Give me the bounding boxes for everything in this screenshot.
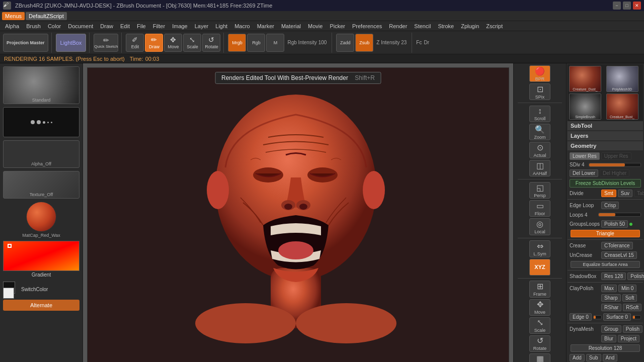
creaselvl-button[interactable]: CreaseLvl 15 <box>601 251 637 259</box>
res128-button[interactable]: Res 128 <box>601 273 626 280</box>
close-button[interactable]: ✕ <box>633 2 641 10</box>
and-button[interactable]: And <box>603 354 618 361</box>
draw-button[interactable]: ✏ Draw <box>145 34 163 52</box>
alternate-button[interactable]: Alternate <box>3 300 79 311</box>
del-higher-button[interactable]: Del Higher <box>600 169 629 177</box>
polish-dyn-button[interactable]: Polish <box>623 325 642 333</box>
loops-slider[interactable] <box>598 213 641 217</box>
move-button[interactable]: ✥ Move <box>164 34 182 52</box>
move-tool-button[interactable]: ✥ Move <box>529 299 550 316</box>
project-button[interactable]: Project <box>618 335 639 342</box>
table-button[interactable]: Table <box>634 190 644 197</box>
group-button[interactable]: Group <box>601 325 621 333</box>
projection-master-button[interactable]: Projection Master <box>3 34 48 52</box>
zadd-button[interactable]: Zadd <box>336 34 354 52</box>
zoom-button[interactable]: 🔍 Zoom <box>529 124 550 140</box>
color-gradient-square[interactable] <box>3 241 79 271</box>
edit-menu[interactable]: Edit <box>117 22 133 30</box>
freeze-button[interactable]: Freeze SubDivision Levels <box>570 179 641 188</box>
rotate-button[interactable]: ↺ Rotate <box>202 34 220 52</box>
edit-button[interactable]: ✐ Edit <box>126 34 144 52</box>
floor-button[interactable]: ▭ Floor <box>529 200 550 217</box>
movie-menu[interactable]: Movie <box>305 22 326 30</box>
subtool-thumb-1[interactable]: Creature_Dust_ <box>569 66 601 92</box>
white-swatch[interactable] <box>3 288 14 299</box>
filter-menu[interactable]: Filter <box>150 22 168 30</box>
draw-menu[interactable]: Draw <box>97 22 116 30</box>
max-button[interactable]: Max <box>601 285 617 292</box>
marker-menu[interactable]: Marker <box>254 22 277 30</box>
stroke-menu[interactable]: Stroke <box>435 22 457 30</box>
lsym-button[interactable]: ⇔ L.Sym <box>529 240 550 257</box>
alpha-menu[interactable]: Alpha <box>2 22 22 30</box>
default-zscript-menu[interactable]: DefaultZScript <box>26 12 67 20</box>
aahalf-button[interactable]: ◫ AAHalf <box>529 160 550 176</box>
texture-preview[interactable]: Texture_Off <box>3 171 79 199</box>
add-button[interactable]: Add <box>570 354 585 361</box>
sharp-button[interactable]: Sharp <box>601 294 621 302</box>
triangle-button[interactable]: Triangle <box>571 230 640 237</box>
subtool-header[interactable]: SubTool <box>568 121 643 130</box>
sdiv-slider[interactable] <box>589 163 641 167</box>
color-menu[interactable]: Color <box>45 22 64 30</box>
surface-slider[interactable] <box>632 315 641 319</box>
resolution-button[interactable]: Resolution 128 <box>571 344 640 352</box>
sub-button[interactable]: Sub <box>586 354 601 361</box>
material-menu[interactable]: Material <box>278 22 304 30</box>
brush-menu[interactable]: Brush <box>23 22 44 30</box>
polyf-button[interactable]: ▦ PolyF <box>529 353 550 362</box>
xyz-button[interactable]: XYZ <box>529 259 550 276</box>
alpha-preview[interactable]: Alpha_Off <box>3 140 79 168</box>
stroke-preview[interactable] <box>3 107 79 137</box>
subtool-thumb-simplebrush[interactable]: SimpleBrush <box>569 94 601 120</box>
local-button[interactable]: ◎ Local <box>529 218 550 235</box>
canvas-render[interactable]: Renders Edited Tool With Best-Preview Re… <box>87 67 509 362</box>
equalize-button[interactable]: Equalize Surface Area <box>571 261 640 268</box>
rshar-button[interactable]: RShar <box>601 304 621 311</box>
render-menu[interactable]: Render <box>386 22 410 30</box>
edge-button[interactable]: Edge 0 <box>570 313 592 321</box>
subtool-thumb-2[interactable]: Creature_Bust_ <box>606 94 638 120</box>
min0-button[interactable]: Min 0 <box>618 285 636 292</box>
macro-menu[interactable]: Macro <box>231 22 253 30</box>
frame-button[interactable]: ⊞ Frame <box>529 281 550 297</box>
suv-button[interactable]: Suv <box>618 190 632 197</box>
soft-button[interactable]: Soft <box>622 294 637 302</box>
swatches[interactable] <box>3 282 19 297</box>
m-button[interactable]: M <box>266 34 284 52</box>
zplugin-menu[interactable]: Zplugin <box>458 22 482 30</box>
mrgb-button[interactable]: Mrgb <box>228 34 246 52</box>
minimize-button[interactable]: − <box>613 2 621 10</box>
scale-tool-button[interactable]: ⤡ Scale <box>529 317 550 334</box>
menus-menu[interactable]: Menus <box>2 12 25 20</box>
brush-preview[interactable]: Standard <box>3 66 79 104</box>
color-picker[interactable]: Gradient <box>3 241 79 279</box>
layer-menu[interactable]: Layer <box>192 22 212 30</box>
del-lower-button[interactable]: Del Lower <box>570 169 598 177</box>
rgb-button[interactable]: Rgb <box>247 34 265 52</box>
geometry-header[interactable]: Geometry <box>568 141 643 150</box>
quick-sketch-button[interactable]: ✏ Quick Sketch <box>94 34 118 52</box>
light-menu[interactable]: Light <box>212 22 230 30</box>
subtool-thumb-polymesh[interactable]: PolyMesh3D <box>606 66 638 92</box>
polish10-button[interactable]: Polish 10 <box>627 273 644 280</box>
image-menu[interactable]: Image <box>169 22 191 30</box>
document-menu[interactable]: Document <box>65 22 96 30</box>
smt-button[interactable]: Smt <box>601 190 616 197</box>
blur-button[interactable]: Blur <box>601 335 616 342</box>
maximize-button[interactable]: □ <box>623 2 631 10</box>
layers-header[interactable]: Layers <box>568 131 643 140</box>
spix-button[interactable]: ⊡ SPix <box>529 83 550 100</box>
polish50-button[interactable]: Polish 50 <box>601 220 628 228</box>
bpr-button[interactable]: 🔴 BPR <box>529 65 550 82</box>
scale-button[interactable]: ⤡ Scale <box>183 34 201 52</box>
lower-res-button[interactable]: Lower Res <box>570 152 600 160</box>
rotate-tool-button[interactable]: ↺ Rotate <box>529 335 550 352</box>
stencil-menu[interactable]: Stencil <box>411 22 434 30</box>
edge-slider[interactable] <box>593 315 602 319</box>
zsub-button[interactable]: Zsub <box>355 34 373 52</box>
material-ball[interactable] <box>26 202 56 232</box>
actual-button[interactable]: ⊙ Actual <box>529 142 550 158</box>
upper-res-button[interactable]: Upper Res <box>601 152 631 160</box>
picker-menu[interactable]: Picker <box>327 22 348 30</box>
